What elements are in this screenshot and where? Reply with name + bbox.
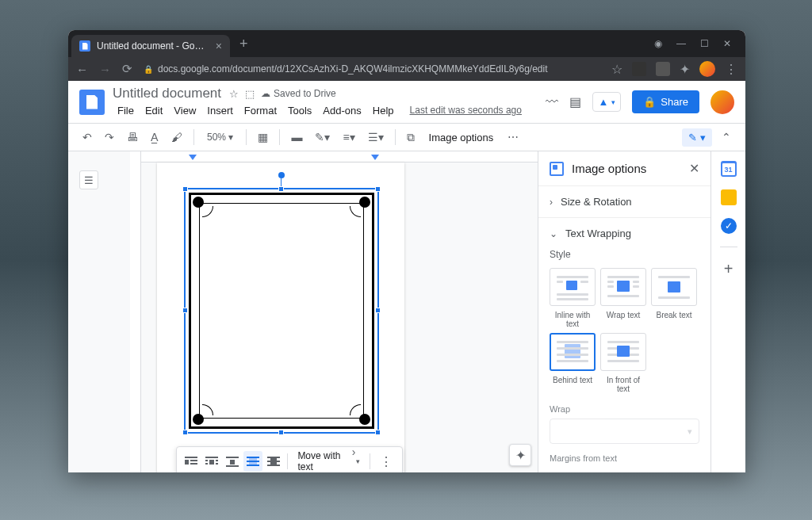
share-label: Share [661,96,688,108]
close-window-icon[interactable]: ✕ [723,38,731,49]
address-bar: ← → ⟳ 🔒 docs.google.com/document/d/12XCs… [68,57,745,81]
hide-sidepanel-button[interactable]: › [346,438,362,466]
menu-help[interactable]: Help [368,103,399,118]
menu-tools[interactable]: Tools [283,103,316,118]
calendar-icon[interactable] [721,161,737,177]
paint-format-button[interactable]: 🖌 [167,128,187,147]
wrap-break-icon[interactable] [223,451,242,472]
document-title[interactable]: Untitled document [113,86,221,101]
minimize-icon[interactable]: — [676,38,686,49]
maximize-icon[interactable]: ☐ [700,38,709,49]
wrap-mode-label: Wrap [550,404,699,414]
wrap-mode-select[interactable]: ▾ [550,419,699,444]
spellcheck-button[interactable]: A̲ [146,128,163,147]
extension-icon-1[interactable] [632,62,646,76]
editing-mode-button[interactable]: ✎ ▾ [682,128,712,147]
reload-button[interactable]: ⟳ [122,62,132,76]
browser-menu-icon[interactable]: ⋮ [725,62,737,77]
outline-toggle-button[interactable]: ☰ [79,170,98,189]
close-panel-icon[interactable]: ✕ [689,161,699,176]
docs-logo[interactable] [79,90,105,115]
browser-tab[interactable]: Untitled document - Google Do × [71,35,230,57]
menu-addons[interactable]: Add-ons [318,103,366,118]
menu-format[interactable]: Format [239,103,282,118]
wrap-front-icon[interactable] [264,451,283,472]
more-button[interactable]: ⋯ [503,128,523,147]
image-options-panel: Image options ✕ › Size & Rotation ⌄ Text… [538,151,710,472]
style-label: Style [550,249,699,260]
border-weight-button[interactable]: ✎▾ [310,128,335,147]
separator [287,453,288,469]
keep-icon[interactable] [721,189,737,205]
undo-button[interactable]: ↶ [78,128,97,147]
resize-handle-e[interactable] [375,308,381,313]
tasks-icon[interactable]: ✓ [721,218,737,234]
resize-handle-s[interactable] [278,430,284,435]
bookmark-icon[interactable]: ☆ [611,62,622,77]
wrap-option-inline[interactable]: Inline with text [550,268,596,328]
resize-handle-nw[interactable] [182,186,188,192]
account-avatar[interactable] [710,90,734,114]
wrap-inline-icon[interactable] [182,451,201,472]
svg-rect-4 [205,457,218,458]
text-wrapping-header[interactable]: ⌄ Text Wrapping [538,218,710,249]
wrap-behind-icon[interactable] [243,451,262,472]
image-replace-button[interactable]: ▦ [253,128,273,147]
resize-handle-se[interactable] [375,430,381,435]
zoom-select[interactable]: 50% ▾ [201,130,239,144]
move-folder-icon[interactable]: ⬚ [245,88,255,100]
more-options-icon[interactable]: ⋮ [375,454,397,469]
extensions-menu-icon[interactable]: ✦ [680,62,690,77]
selected-image[interactable] [184,188,379,434]
svg-rect-10 [226,457,239,458]
document-canvas[interactable]: ☰ [68,151,538,472]
save-status[interactable]: ☁ Saved to Drive [261,88,336,100]
share-button[interactable]: 🔒 Share [632,90,699,113]
wrap-option-front[interactable]: In front of text [600,333,646,393]
border-dash-button[interactable]: ≡▾ [338,128,359,147]
svg-rect-8 [205,463,208,465]
new-tab-button[interactable]: + [230,36,258,52]
add-addon-icon[interactable]: + [724,260,733,278]
star-icon[interactable]: ☆ [229,88,239,100]
present-button[interactable]: ▲ ▾ [592,92,621,112]
collapse-toolbar-button[interactable]: ⌃ [717,128,736,147]
size-rotation-header[interactable]: › Size & Rotation [538,186,710,217]
comments-icon[interactable]: ▤ [569,94,581,109]
resize-handle-ne[interactable] [375,186,381,192]
svg-rect-9 [216,463,218,465]
menu-view[interactable]: View [169,103,201,118]
wrap-text-icon[interactable] [202,451,221,472]
print-button[interactable]: 🖶 [122,128,143,147]
account-indicator-icon[interactable]: ◉ [654,38,662,49]
menu-file[interactable]: File [113,103,139,118]
vertical-ruler[interactable] [130,151,141,472]
last-edit-link[interactable]: Last edit was seconds ago [405,103,527,118]
resize-handle-sw[interactable] [182,430,188,435]
image-options-button[interactable]: Image options [423,132,500,143]
border-style-button[interactable]: ☰▾ [363,128,389,147]
menu-insert[interactable]: Insert [202,103,238,118]
profile-avatar[interactable] [699,61,715,77]
save-status-text: Saved to Drive [274,88,336,99]
border-color-button[interactable]: ▬ [286,128,307,147]
svg-rect-2 [190,460,197,461]
rotate-handle[interactable] [278,172,285,178]
wrap-option-break[interactable]: Break text [651,268,697,328]
explore-button[interactable]: ✦ [509,444,531,466]
close-tab-icon[interactable]: × [216,40,222,52]
resize-handle-n[interactable] [278,186,284,192]
extension-icon-2[interactable] [656,62,670,76]
wrap-option-behind[interactable]: Behind text [550,333,596,393]
redo-button[interactable]: ↷ [100,128,119,147]
resize-handle-w[interactable] [182,308,188,313]
crop-button[interactable]: ⧉ [402,128,419,147]
svg-rect-14 [247,457,259,458]
activity-icon[interactable]: 〰 [546,95,558,109]
wrap-option-wrap[interactable]: Wrap text [600,268,646,328]
back-button[interactable]: ← [76,63,88,76]
menu-edit[interactable]: Edit [140,103,167,118]
forward-button[interactable]: → [99,63,111,76]
url-field[interactable]: 🔒 docs.google.com/document/d/12XCsAzhXi-… [144,63,600,75]
horizontal-ruler[interactable] [141,151,538,162]
